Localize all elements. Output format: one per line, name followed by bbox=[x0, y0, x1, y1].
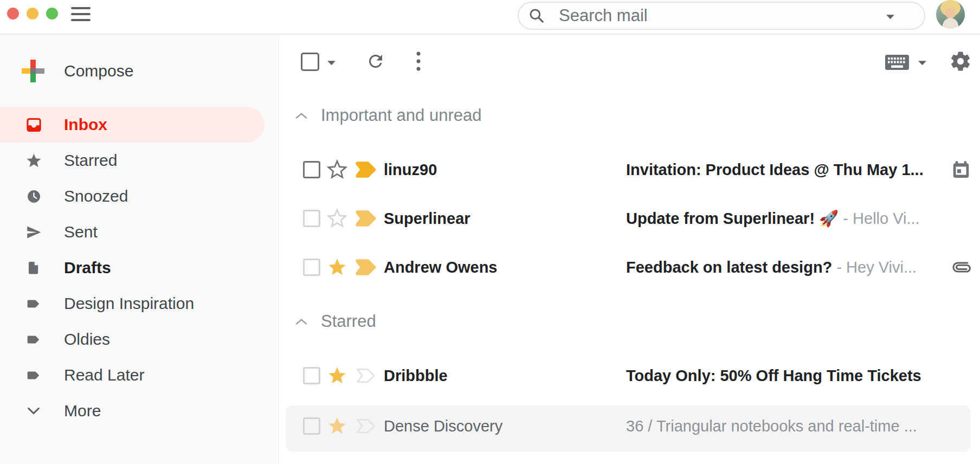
star-icon[interactable] bbox=[327, 365, 347, 386]
importance-marker-icon[interactable] bbox=[355, 367, 378, 384]
sidebar: Compose Inbox Starred Snoozed bbox=[0, 35, 279, 464]
email-subject: 36 / Triangular notebooks and real-time … bbox=[626, 417, 941, 435]
star-icon[interactable] bbox=[327, 257, 347, 278]
window-zoom-button[interactable] bbox=[46, 8, 58, 20]
search-options-caret-icon[interactable] bbox=[886, 14, 895, 20]
sidebar-item-oldies[interactable]: Oldies bbox=[0, 321, 279, 357]
compose-button[interactable]: Compose bbox=[0, 56, 279, 86]
input-tools-caret-icon[interactable] bbox=[918, 60, 927, 66]
window-titlebar: Search mail bbox=[0, 0, 980, 35]
importance-marker-icon[interactable] bbox=[355, 259, 378, 276]
section-title: Starred bbox=[321, 312, 376, 331]
sidebar-item-more[interactable]: More bbox=[0, 393, 279, 429]
sidebar-item-inbox[interactable]: Inbox bbox=[0, 107, 265, 143]
label-tag-icon bbox=[25, 296, 42, 312]
email-row[interactable]: Dribbble Today Only: 50% Off Hang Time T… bbox=[279, 351, 980, 400]
sidebar-item-label: Read Later bbox=[64, 366, 144, 384]
subject-text: Invitation: Product Ideas @ Thu May 1... bbox=[626, 161, 924, 178]
paperclip-icon bbox=[950, 259, 971, 276]
section-header-starred: Starred bbox=[279, 292, 980, 351]
main-menu-icon[interactable] bbox=[71, 7, 91, 22]
email-row[interactable]: Andrew Owens Feedback on latest design? … bbox=[279, 243, 980, 292]
email-sender: Dense Discovery bbox=[384, 417, 617, 435]
row-checkbox[interactable] bbox=[303, 259, 320, 276]
email-sender: Dribbble bbox=[384, 367, 617, 385]
email-sender: Andrew Owens bbox=[384, 259, 617, 276]
subject-text: Update from Superlinear! 🚀 bbox=[626, 210, 839, 227]
inbox-icon bbox=[25, 117, 42, 133]
settings-gear-icon[interactable] bbox=[949, 50, 972, 73]
collapse-chevron-up-icon[interactable] bbox=[295, 318, 307, 325]
chevron-down-icon bbox=[25, 407, 42, 415]
snippet-text: - Hey Vivi... bbox=[832, 259, 917, 276]
email-subject: Today Only: 50% Off Hang Time Tickets bbox=[626, 367, 941, 385]
star-icon[interactable] bbox=[327, 159, 347, 180]
subject-text: Today Only: 50% Off Hang Time Tickets bbox=[626, 367, 921, 384]
importance-marker-icon[interactable] bbox=[355, 210, 378, 227]
search-icon bbox=[528, 7, 545, 24]
compose-plus-icon bbox=[21, 59, 46, 83]
select-options-caret-icon[interactable] bbox=[327, 60, 336, 66]
section-header-important-unread: Important and unread bbox=[279, 81, 980, 145]
label-tag-icon bbox=[25, 332, 42, 347]
section-title: Important and unread bbox=[321, 106, 481, 125]
row-checkbox[interactable] bbox=[303, 210, 320, 227]
select-all-checkbox[interactable] bbox=[301, 53, 319, 71]
search-bar[interactable]: Search mail bbox=[518, 2, 925, 30]
sidebar-item-label: More bbox=[64, 402, 101, 420]
menu-bar bbox=[71, 13, 91, 15]
menu-bar bbox=[71, 19, 91, 21]
send-icon bbox=[25, 224, 42, 241]
window-minimize-button[interactable] bbox=[27, 8, 38, 20]
star-icon[interactable] bbox=[327, 416, 347, 436]
email-subject: Feedback on latest design? - Hey Vivi... bbox=[626, 259, 941, 276]
sidebar-item-sent[interactable]: Sent bbox=[0, 214, 279, 250]
label-tag-icon bbox=[25, 368, 42, 383]
sidebar-item-read-later[interactable]: Read Later bbox=[0, 357, 279, 393]
window-close-button[interactable] bbox=[7, 8, 19, 20]
sidebar-item-label: Drafts bbox=[64, 259, 111, 277]
snippet-text: - Hello Vi... bbox=[839, 210, 919, 227]
email-sender: Superlinear bbox=[384, 210, 617, 228]
sidebar-item-label: Design Inspiration bbox=[64, 294, 194, 313]
compose-label: Compose bbox=[64, 62, 133, 80]
refresh-icon[interactable] bbox=[366, 51, 385, 71]
sidebar-item-label: Sent bbox=[64, 223, 98, 241]
sidebar-item-label: Inbox bbox=[64, 115, 107, 134]
list-toolbar bbox=[279, 35, 980, 81]
star-icon bbox=[25, 152, 42, 169]
sidebar-item-drafts[interactable]: Drafts bbox=[0, 250, 279, 286]
sidebar-nav: Inbox Starred Snoozed Sent Drafts bbox=[0, 107, 279, 429]
sidebar-item-starred[interactable]: Starred bbox=[0, 143, 279, 178]
collapse-chevron-up-icon[interactable] bbox=[295, 112, 307, 119]
email-sender: linuz90 bbox=[384, 161, 617, 179]
row-checkbox[interactable] bbox=[303, 367, 320, 384]
sidebar-item-design-inspiration[interactable]: Design Inspiration bbox=[0, 286, 279, 321]
email-subject: Update from Superlinear! 🚀 - Hello Vi... bbox=[626, 209, 941, 228]
email-subject: Invitation: Product Ideas @ Thu May 1... bbox=[626, 161, 941, 179]
clock-icon bbox=[25, 189, 42, 204]
sidebar-item-label: Snoozed bbox=[64, 187, 128, 205]
sidebar-item-label: Oldies bbox=[64, 330, 110, 349]
menu-bar bbox=[71, 7, 91, 9]
avatar[interactable] bbox=[936, 0, 965, 29]
sidebar-item-label: Starred bbox=[64, 151, 117, 170]
subject-text: 36 / Triangular notebooks and real-time … bbox=[626, 417, 917, 434]
sidebar-item-snoozed[interactable]: Snoozed bbox=[0, 178, 279, 214]
more-options-icon[interactable] bbox=[416, 51, 421, 72]
search-input[interactable]: Search mail bbox=[559, 6, 648, 25]
star-icon[interactable] bbox=[327, 208, 347, 229]
importance-marker-icon[interactable] bbox=[355, 417, 378, 435]
row-checkbox[interactable] bbox=[303, 161, 320, 178]
input-tools-keyboard-icon[interactable] bbox=[885, 55, 909, 70]
row-checkbox[interactable] bbox=[303, 417, 320, 435]
importance-marker-icon[interactable] bbox=[355, 161, 378, 178]
email-list-pane: Important and unread linuz90 Invitation:… bbox=[279, 35, 980, 464]
subject-text: Feedback on latest design? bbox=[626, 259, 832, 276]
calendar-icon bbox=[951, 159, 971, 180]
email-row[interactable]: Dense Discovery 36 / Triangular notebook… bbox=[279, 400, 980, 452]
draft-file-icon bbox=[25, 260, 42, 275]
email-row[interactable]: linuz90 Invitation: Product Ideas @ Thu … bbox=[279, 145, 980, 194]
email-row[interactable]: Superlinear Update from Superlinear! 🚀 -… bbox=[279, 194, 980, 243]
